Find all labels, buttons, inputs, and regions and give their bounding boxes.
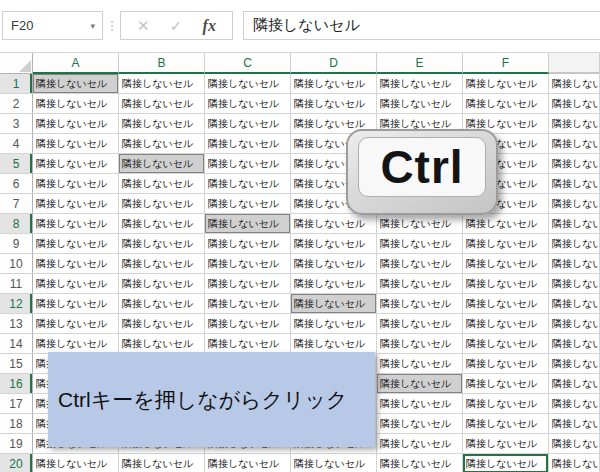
row-header-10[interactable]: 10 — [0, 254, 33, 274]
cell-G17[interactable]: 隣接しないセル — [549, 394, 600, 414]
cell-E2[interactable]: 隣接しないセル — [377, 94, 463, 114]
cell-A1[interactable]: 隣接しないセル — [33, 74, 119, 94]
cell-F18[interactable]: 隣接しないセル — [463, 414, 549, 434]
cell-C3[interactable]: 隣接しないセル — [205, 114, 291, 134]
row-header-14[interactable]: 14 — [0, 334, 33, 354]
cell-A12[interactable]: 隣接しないセル — [33, 294, 119, 314]
cell-F20[interactable]: 隣接しないセル — [463, 454, 549, 472]
cell-D9[interactable]: 隣接しないセル — [291, 234, 377, 254]
cell-B7[interactable]: 隣接しないセル — [119, 194, 205, 214]
cell-F8[interactable]: 隣接しないセル — [463, 214, 549, 234]
cell-B3[interactable]: 隣接しないセル — [119, 114, 205, 134]
column-header-G[interactable] — [549, 53, 600, 74]
row-header-9[interactable]: 9 — [0, 234, 33, 254]
cell-D10[interactable]: 隣接しないセル — [291, 254, 377, 274]
name-box[interactable]: F20 ▾ — [2, 11, 103, 40]
cell-A20[interactable]: 隣接しないセル — [33, 454, 119, 472]
cell-B4[interactable]: 隣接しないセル — [119, 134, 205, 154]
cell-E10[interactable]: 隣接しないセル — [377, 254, 463, 274]
cell-G5[interactable]: 隣接しないセル — [549, 154, 600, 174]
cell-B12[interactable]: 隣接しないセル — [119, 294, 205, 314]
cell-E12[interactable]: 隣接しないセル — [377, 294, 463, 314]
cell-B5[interactable]: 隣接しないセル — [119, 154, 205, 174]
cell-A2[interactable]: 隣接しないセル — [33, 94, 119, 114]
cell-D8[interactable]: 隣接しないセル — [291, 214, 377, 234]
cell-B10[interactable]: 隣接しないセル — [119, 254, 205, 274]
row-header-6[interactable]: 6 — [0, 174, 33, 194]
cell-C20[interactable]: 隣接しないセル — [205, 454, 291, 472]
cell-G14[interactable]: 隣接しないセル — [549, 334, 600, 354]
column-header-C[interactable]: C — [205, 53, 291, 74]
row-header-1[interactable]: 1 — [0, 74, 33, 94]
cell-B2[interactable]: 隣接しないセル — [119, 94, 205, 114]
cell-F17[interactable]: 隣接しないセル — [463, 394, 549, 414]
cell-C9[interactable]: 隣接しないセル — [205, 234, 291, 254]
cell-F9[interactable]: 隣接しないセル — [463, 234, 549, 254]
cell-E11[interactable]: 隣接しないセル — [377, 274, 463, 294]
cell-C6[interactable]: 隣接しないセル — [205, 174, 291, 194]
row-header-2[interactable]: 2 — [0, 94, 33, 114]
cell-C4[interactable]: 隣接しないセル — [205, 134, 291, 154]
cell-G1[interactable]: 隣接しないセル — [549, 74, 600, 94]
cell-E8[interactable]: 隣接しないセル — [377, 214, 463, 234]
cell-E9[interactable]: 隣接しないセル — [377, 234, 463, 254]
cell-D11[interactable]: 隣接しないセル — [291, 274, 377, 294]
cell-G12[interactable]: 隣接しないセル — [549, 294, 600, 314]
cell-E14[interactable]: 隣接しないセル — [377, 334, 463, 354]
cell-E1[interactable]: 隣接しないセル — [377, 74, 463, 94]
row-header-8[interactable]: 8 — [0, 214, 33, 234]
cell-A14[interactable]: 隣接しないセル — [33, 334, 119, 354]
cell-C14[interactable]: 隣接しないセル — [205, 334, 291, 354]
cell-G11[interactable]: 隣接しないセル — [549, 274, 600, 294]
cell-F1[interactable]: 隣接しないセル — [463, 74, 549, 94]
cell-G7[interactable]: 隣接しないセル — [549, 194, 600, 214]
row-header-5[interactable]: 5 — [0, 154, 33, 174]
insert-function-icon[interactable]: fx — [203, 17, 216, 35]
cell-B13[interactable]: 隣接しないセル — [119, 314, 205, 334]
row-header-7[interactable]: 7 — [0, 194, 33, 214]
cell-E20[interactable]: 隣接しないセル — [377, 454, 463, 472]
column-header-E[interactable]: E — [377, 53, 463, 74]
cell-B8[interactable]: 隣接しないセル — [119, 214, 205, 234]
select-all-corner[interactable] — [0, 53, 33, 74]
cell-B1[interactable]: 隣接しないセル — [119, 74, 205, 94]
cell-F15[interactable]: 隣接しないセル — [463, 354, 549, 374]
cell-E17[interactable]: 隣接しないセル — [377, 394, 463, 414]
cell-A7[interactable]: 隣接しないセル — [33, 194, 119, 214]
cell-F16[interactable]: 隣接しないセル — [463, 374, 549, 394]
cell-C11[interactable]: 隣接しないセル — [205, 274, 291, 294]
cell-A3[interactable]: 隣接しないセル — [33, 114, 119, 134]
cell-G8[interactable]: 隣接しないセル — [549, 214, 600, 234]
cell-F19[interactable]: 隣接しないセル — [463, 434, 549, 454]
cell-F13[interactable]: 隣接しないセル — [463, 314, 549, 334]
row-header-19[interactable]: 19 — [0, 434, 33, 454]
cell-B9[interactable]: 隣接しないセル — [119, 234, 205, 254]
cell-G10[interactable]: 隣接しないセル — [549, 254, 600, 274]
cell-E19[interactable]: 隣接しないセル — [377, 434, 463, 454]
column-header-B[interactable]: B — [119, 53, 205, 74]
cell-C7[interactable]: 隣接しないセル — [205, 194, 291, 214]
cell-C13[interactable]: 隣接しないセル — [205, 314, 291, 334]
cell-D12[interactable]: 隣接しないセル — [291, 294, 377, 314]
cell-D1[interactable]: 隣接しないセル — [291, 74, 377, 94]
cell-G9[interactable]: 隣接しないセル — [549, 234, 600, 254]
cell-G3[interactable]: 隣接しないセル — [549, 114, 600, 134]
cell-D14[interactable]: 隣接しないセル — [291, 334, 377, 354]
cell-D2[interactable]: 隣接しないセル — [291, 94, 377, 114]
cell-G16[interactable]: 隣接しないセル — [549, 374, 600, 394]
cell-A6[interactable]: 隣接しないセル — [33, 174, 119, 194]
cell-B20[interactable]: 隣接しないセル — [119, 454, 205, 472]
enter-icon[interactable]: ✓ — [170, 17, 183, 35]
cell-F10[interactable]: 隣接しないセル — [463, 254, 549, 274]
cell-E13[interactable]: 隣接しないセル — [377, 314, 463, 334]
cell-G4[interactable]: 隣接しないセル — [549, 134, 600, 154]
cell-A4[interactable]: 隣接しないセル — [33, 134, 119, 154]
cell-A9[interactable]: 隣接しないセル — [33, 234, 119, 254]
row-header-20[interactable]: 20 — [0, 454, 33, 472]
cell-C1[interactable]: 隣接しないセル — [205, 74, 291, 94]
column-header-D[interactable]: D — [291, 53, 377, 74]
row-header-4[interactable]: 4 — [0, 134, 33, 154]
cell-A11[interactable]: 隣接しないセル — [33, 274, 119, 294]
cell-F11[interactable]: 隣接しないセル — [463, 274, 549, 294]
cell-G18[interactable]: 隣接しないセル — [549, 414, 600, 434]
